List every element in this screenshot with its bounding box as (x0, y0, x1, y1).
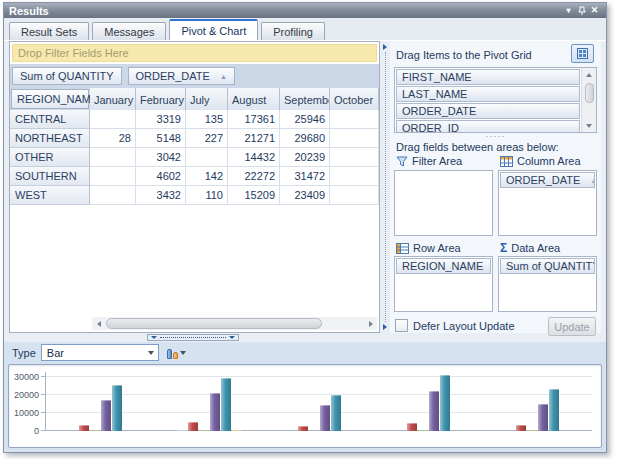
bar-february-southern[interactable] (407, 423, 417, 431)
bar-february-other[interactable] (298, 426, 308, 431)
bar-january-northeast[interactable] (177, 430, 187, 431)
bar-july-southern[interactable] (418, 430, 428, 431)
data-field-button[interactable]: Sum of QUANTITY (12, 67, 122, 85)
results-panel: Results ▾ ✕ Result SetsMessagesPivot & C… (3, 2, 607, 453)
column-header-october[interactable]: October (330, 88, 379, 110)
scroll-down-icon[interactable] (586, 119, 592, 132)
bar-august-central[interactable] (101, 400, 111, 431)
tab-label: Pivot & Chart (181, 25, 246, 37)
pivot-cell (90, 167, 136, 186)
tab-profiling[interactable]: Profiling (261, 22, 325, 40)
bar-september-southern[interactable] (440, 375, 450, 431)
scroll-up-icon[interactable] (586, 68, 592, 81)
data-area-text: Data Area (511, 242, 560, 254)
bar-september-central[interactable] (112, 385, 122, 431)
column-header-february[interactable]: February (136, 88, 186, 110)
scroll-left-icon[interactable] (92, 317, 105, 330)
column-header-september[interactable]: September (280, 88, 330, 110)
collapse-down-icon (151, 336, 157, 339)
collapse-right-icon[interactable] (383, 44, 387, 50)
pivot-field-row: Sum of QUANTITY ORDER_DATE ▲ (10, 64, 379, 88)
splitter-collapse-handle[interactable] (147, 334, 239, 341)
pivot-cell: 3042 (136, 148, 186, 167)
scroll-thumb[interactable] (585, 83, 594, 103)
pivot-cell: 17361 (228, 110, 280, 129)
bar-july-northeast[interactable] (199, 430, 209, 431)
pivot-row-southern: SOUTHERN46021422227231472 (10, 167, 379, 186)
bar-october-northeast[interactable] (232, 430, 242, 431)
row-area-label: Row Area (396, 242, 461, 254)
chart-type-combobox[interactable]: Bar (41, 344, 159, 361)
field-item-first-name[interactable]: FIRST_NAME (396, 69, 580, 85)
column-header-row: REGION_NAME ▲ JanuaryFebruaryJulyAugustS… (10, 88, 379, 110)
field-item-last-name[interactable]: LAST_NAME (396, 86, 580, 102)
bar-august-west[interactable] (538, 404, 548, 431)
pin-icon[interactable] (575, 5, 588, 17)
data-area-box[interactable]: Sum of QUANTITY (498, 256, 597, 312)
column-header-july[interactable]: July (186, 88, 228, 110)
tab-messages[interactable]: Messages (92, 22, 166, 40)
field-item-order-date[interactable]: ORDER_DATE (396, 103, 580, 119)
bar-july-central[interactable] (90, 430, 100, 431)
pivot-cell: 3432 (136, 186, 186, 205)
combo-dropdown-icon[interactable] (144, 345, 158, 360)
scroll-track[interactable] (105, 317, 364, 330)
bar-august-other[interactable] (320, 405, 330, 431)
bar-february-northeast[interactable] (188, 422, 198, 431)
row-header-southern[interactable]: SOUTHERN (10, 167, 90, 186)
left-arrow-icon (97, 321, 101, 327)
bar-february-west[interactable] (516, 425, 526, 431)
row-area-box[interactable]: REGION_NAME▲ (394, 256, 493, 312)
row-header-northeast[interactable]: NORTHEAST (10, 129, 90, 148)
pivot-cell: 110 (186, 186, 228, 205)
field-chip-order-date[interactable]: ORDER_DATE▲ (500, 172, 595, 188)
field-chip-sum-of-quantity[interactable]: Sum of QUANTITY (500, 258, 595, 274)
filter-area-box[interactable] (394, 170, 493, 236)
bar-july-west[interactable] (527, 430, 537, 431)
horizontal-splitter[interactable] (4, 334, 606, 342)
pivot-h-scrollbar[interactable] (92, 317, 377, 330)
row-header-west[interactable]: WEST (10, 186, 90, 205)
sort-asc-icon: ▲ (220, 73, 227, 80)
column-header-january[interactable]: January (90, 88, 136, 110)
bar-september-other[interactable] (331, 395, 341, 431)
window-menu-icon[interactable]: ▾ (562, 5, 575, 17)
row-header-central[interactable]: CENTRAL (10, 110, 90, 129)
defer-layout-checkbox[interactable] (395, 319, 408, 332)
field-list-scrollbar[interactable] (581, 68, 596, 132)
pivot-row-central: CENTRAL33191351736125946 (10, 110, 379, 129)
collapse-right-icon[interactable] (383, 324, 387, 330)
y-axis-label: 20000 (9, 390, 39, 400)
vertical-splitter[interactable] (381, 41, 389, 333)
bar-group-northeast (155, 372, 264, 431)
bar-september-west[interactable] (549, 389, 559, 431)
field-list-panel: Drag Items to the Pivot Grid FIRST_NAMEL… (390, 41, 601, 333)
pivot-cell: 28 (90, 129, 136, 148)
row-field-button[interactable]: REGION_NAME ▲ (11, 89, 89, 109)
filter-drop-zone[interactable]: Drop Filter Fields Here (12, 44, 377, 62)
tab-pivot-chart[interactable]: Pivot & Chart (169, 19, 258, 40)
pivot-cell (330, 186, 379, 205)
chart-type-value: Bar (47, 347, 64, 359)
column-field-button[interactable]: ORDER_DATE ▲ (128, 67, 235, 85)
field-chip-region-name[interactable]: REGION_NAME▲ (396, 258, 491, 274)
bar-february-central[interactable] (79, 425, 89, 431)
layout-options-button[interactable] (571, 44, 594, 63)
bar-september-northeast[interactable] (221, 378, 231, 431)
row-field-label: REGION_NAME (17, 93, 98, 105)
pivot-cell (330, 110, 379, 129)
chart-appearance-button[interactable] (164, 344, 189, 362)
row-header-other[interactable]: OTHER (10, 148, 90, 167)
tab-result-sets[interactable]: Result Sets (9, 22, 89, 40)
blue-bar-icon (167, 349, 172, 359)
bar-groups (46, 372, 592, 431)
close-icon[interactable]: ✕ (588, 5, 601, 17)
bar-august-northeast[interactable] (210, 393, 220, 431)
column-area-box[interactable]: ORDER_DATE▲ (498, 170, 597, 236)
scroll-thumb[interactable] (106, 318, 322, 329)
tab-label: Messages (104, 26, 154, 38)
column-header-august[interactable]: August (228, 88, 280, 110)
scroll-right-icon[interactable] (364, 317, 377, 330)
list-resize-grip[interactable]: ····· (390, 133, 601, 139)
bar-august-southern[interactable] (429, 391, 439, 431)
